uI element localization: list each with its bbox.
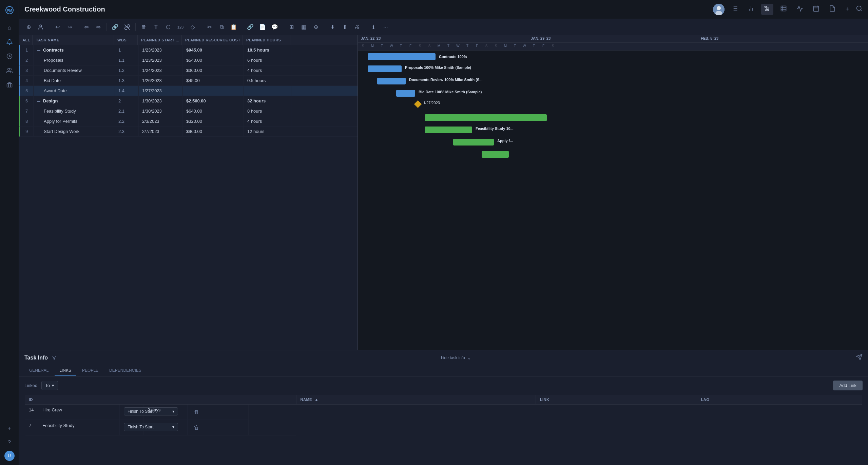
add-link-button[interactable]: Add Link [833,381,863,390]
paste-button[interactable]: 📋 [228,22,239,33]
view-toggle-button[interactable]: ⊞ [286,22,297,33]
task-cost: $320.00 [183,116,244,126]
sidebar-add-icon[interactable]: + [3,422,16,434]
task-name-cell: Start Design Work [34,127,115,136]
linked-direction-value: To [45,383,50,388]
table-row[interactable]: 9 Start Design Work 2.3 2/7/2023 $960.00… [19,127,358,137]
table-row[interactable]: 1 ▬ Contracts 1 1/23/2023 $945.00 10.5 h… [19,45,358,55]
row-num: 7 [20,106,34,116]
table-row[interactable]: 4 Bid Date 1.3 1/26/2023 $45.00 0.5 hour… [19,76,358,86]
zoom-button[interactable]: ⊕ [310,22,321,33]
row-num: 6 [20,96,34,106]
table-row[interactable]: 5 Award Date 1.4 1/27/2023 [19,86,358,96]
task-cost: $540.00 [183,55,244,65]
bar-chart-icon[interactable] [745,4,757,15]
sidebar-item-notifications[interactable] [3,36,16,48]
fill-button[interactable]: ⬡ [163,22,174,33]
table-row[interactable]: 3 Documents Review 1.2 1/24/2023 $360.00… [19,65,358,76]
table-view-button[interactable]: ▦ [298,22,309,33]
comment-button[interactable]: 💬 [269,22,280,33]
table-icon[interactable] [777,4,790,15]
send-icon[interactable] [856,354,863,362]
link-row-1[interactable]: 14 Hire Crew Finish To Start ▾ 2 days 🗑 [25,405,296,420]
redo-button[interactable]: ↪ [64,22,75,33]
upload-button[interactable]: ⬆ [339,22,350,33]
topbar-avatar [713,4,725,15]
day: M [368,43,377,50]
task-name: Award Date [44,88,67,93]
list-view-icon[interactable] [729,4,741,15]
add-person-button[interactable] [35,22,46,33]
table-header-row: ID NAME ▲ LINK LAG [25,395,863,405]
task-hours: 4 hours [244,65,291,75]
text-format-button[interactable]: T [151,22,161,33]
sidebar-item-people[interactable] [3,64,16,77]
delete-link-2-button[interactable]: 🗑 [192,423,201,432]
tab-people[interactable]: PEOPLE [77,365,103,376]
day: T [444,43,453,50]
svg-rect-19 [766,9,768,11]
table-row[interactable]: 6 ▬ Design 2 1/30/2023 $2,560.00 32 hour… [19,96,358,106]
table-row[interactable]: 8 Apply for Permits 2.2 2/3/2023 $320.00… [19,116,358,127]
day: S [491,43,501,50]
delete-link-1-button[interactable]: 🗑 [192,407,201,417]
sidebar-help-icon[interactable]: ? [3,437,16,449]
note-button[interactable]: 📄 [257,22,268,33]
task-hours: 12 hours [244,127,291,136]
gantt-bar-contracts: Contracts 100% [368,53,436,60]
divider-4 [135,23,136,31]
linked-direction-dropdown[interactable]: To ▾ [41,381,58,390]
link-button[interactable]: 🔗 [110,22,120,33]
delete-button[interactable]: 🗑 [138,22,149,33]
sidebar-item-clock[interactable] [3,50,16,62]
day: S [548,43,558,50]
table-row[interactable]: 7 Feasibility Study 2.1 1/30/2023 $640.0… [19,106,358,116]
col-link: LINK [536,395,697,405]
link2-button[interactable]: 🔗 [245,22,256,33]
task-name-cell: Documents Review [34,65,115,75]
links-toolbar: Linked To ▾ Add Link [24,381,863,390]
col-planned-start: PLANNED START ... [138,35,182,45]
gantt-icon[interactable] [761,4,773,15]
tab-general[interactable]: GENERAL [24,365,53,376]
indent-button[interactable]: ⇨ [93,22,104,33]
row-num: 5 [20,86,34,96]
task-table: ALL TASK NAME WBS PLANNED START ... PLAN… [19,35,358,350]
sidebar-item-home[interactable]: ⌂ [3,22,16,34]
sidebar-item-briefcase[interactable] [3,79,16,91]
table-row[interactable]: 2 Proposals 1.1 1/23/2023 $540.00 6 hour… [19,55,358,65]
number-button[interactable]: 123 [175,22,186,33]
wave-icon[interactable] [794,4,806,15]
more-button[interactable]: ··· [380,22,391,33]
add-task-button[interactable]: ⊕ [23,22,34,33]
day: S [358,43,368,50]
diamond-button[interactable]: ◇ [187,22,198,33]
links-table: ID NAME ▲ LINK LAG 14 Hire Crew [24,394,863,436]
user-avatar[interactable]: U [4,451,15,461]
plus-icon[interactable]: + [843,4,852,14]
task-name: Contracts [43,47,64,53]
link-row-2[interactable]: 7 Feasibility Study Finish To Start ▾ 🗑 [25,420,296,435]
divider-6 [242,23,242,31]
outdent-button[interactable]: ⇦ [81,22,92,33]
col-task-name: TASK NAME [33,35,114,45]
tab-links[interactable]: LINKS [55,365,76,376]
task-name-cell: Bid Date [34,76,115,85]
export-button[interactable]: ⬇ [327,22,338,33]
tab-dependencies[interactable]: DEPENDENCIES [104,365,146,376]
copy-button[interactable]: ⧉ [216,22,227,33]
calendar-icon[interactable] [810,4,822,15]
search-icon[interactable] [856,5,863,14]
print-button[interactable]: 🖨 [351,22,362,33]
undo-button[interactable]: ↩ [52,22,63,33]
day: F [539,43,548,50]
link-action: 🗑 [188,420,249,435]
document-icon[interactable] [826,4,838,15]
gantt-area: ALL TASK NAME WBS PLANNED START ... PLAN… [19,35,868,350]
cut-button[interactable]: ✂ [204,22,215,33]
task-info-toggle[interactable]: hide task info ⌄ [441,355,471,361]
link-lag: 2 days [143,405,188,420]
task-hours: 32 hours [244,96,291,106]
info-button[interactable]: ℹ [368,22,379,33]
unlink-button[interactable] [122,22,133,33]
